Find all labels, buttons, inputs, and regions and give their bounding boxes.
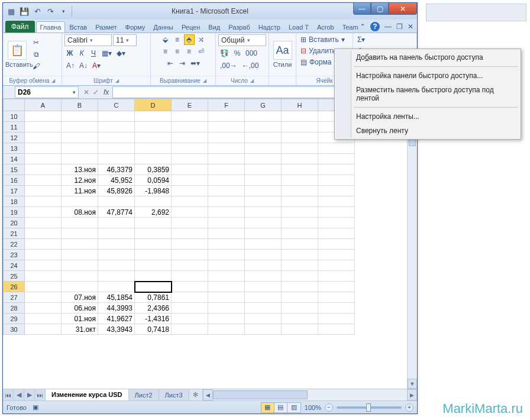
shrink-font-button[interactable]: A↓ (77, 60, 89, 71)
ctx-add-to-qat[interactable]: Добавить на панель быстрого доступа (336, 50, 519, 64)
cell[interactable] (245, 175, 282, 186)
cell[interactable] (172, 292, 208, 303)
cell[interactable] (282, 207, 318, 218)
cell[interactable] (25, 122, 62, 133)
cell[interactable]: 45,952 (98, 175, 135, 186)
enter-formula-icon[interactable]: ✓ (93, 88, 99, 96)
format-painter-button[interactable]: 🖌 (31, 61, 41, 72)
percent-button[interactable]: % (232, 48, 243, 59)
align-middle-button[interactable]: ≡ (172, 34, 183, 45)
row-header[interactable]: 30 (4, 324, 25, 335)
cell[interactable] (208, 324, 245, 335)
cell[interactable] (282, 133, 318, 143)
cell[interactable] (98, 143, 135, 154)
cell[interactable] (172, 175, 208, 186)
cell[interactable] (208, 314, 245, 324)
cell[interactable] (135, 282, 172, 292)
cell[interactable] (135, 143, 172, 154)
row-header[interactable]: 19 (4, 207, 25, 218)
cell[interactable] (135, 228, 172, 239)
cell[interactable] (282, 186, 318, 196)
zoom-level[interactable]: 100% (305, 404, 321, 411)
workbook-close-icon[interactable]: ✕ (408, 22, 413, 31)
cell[interactable] (208, 303, 245, 314)
decrease-indent-button[interactable]: ⇤ (165, 58, 176, 69)
row-header[interactable]: 11 (4, 122, 25, 133)
ctx-customize-qat[interactable]: Настройка панели быстрого доступа... (336, 69, 519, 83)
cell[interactable] (282, 122, 318, 133)
cell[interactable] (245, 111, 282, 122)
cell[interactable] (318, 239, 355, 250)
cell[interactable] (208, 207, 245, 218)
cell[interactable] (318, 207, 355, 218)
cell[interactable]: 0,3859 (135, 164, 172, 175)
new-sheet-button[interactable]: ✻ (189, 389, 202, 400)
ctx-minimize-ribbon[interactable]: Свернуть ленту (336, 124, 519, 138)
page-layout-view-button[interactable]: ▤ (274, 403, 287, 412)
cell[interactable] (282, 282, 318, 292)
cell[interactable] (318, 303, 355, 314)
cell[interactable]: 2,692 (135, 207, 172, 218)
cell[interactable] (25, 271, 62, 282)
workbook-minimize-icon[interactable]: — (384, 22, 392, 31)
cell[interactable] (98, 228, 135, 239)
orientation-button[interactable]: ⤭ (196, 34, 206, 45)
cell[interactable]: 45,1854 (98, 292, 135, 303)
grow-font-button[interactable]: A↑ (64, 60, 76, 71)
ctx-customize-ribbon[interactable]: Настройка ленты... (336, 109, 519, 124)
select-all-cell[interactable] (4, 99, 25, 111)
cell[interactable] (282, 314, 318, 324)
row-header[interactable]: 28 (4, 303, 25, 314)
cell[interactable] (172, 143, 208, 154)
cell[interactable] (318, 292, 355, 303)
maximize-button[interactable]: ▢ (371, 3, 389, 15)
close-button[interactable]: ✕ (389, 3, 417, 15)
cell[interactable] (98, 154, 135, 164)
sheet-tab-1[interactable]: Лист2 (129, 389, 159, 400)
tab-addins[interactable]: Надстр (254, 21, 285, 33)
cell[interactable] (208, 292, 245, 303)
cell[interactable] (208, 133, 245, 143)
zoom-slider[interactable] (337, 406, 402, 409)
cell[interactable] (62, 143, 98, 154)
cell[interactable] (208, 186, 245, 196)
cell[interactable] (282, 218, 318, 228)
cell[interactable] (25, 111, 62, 122)
cell[interactable] (98, 239, 135, 250)
save-icon[interactable]: 💾 (20, 7, 29, 16)
cell[interactable] (245, 260, 282, 271)
cell[interactable] (318, 228, 355, 239)
cell[interactable] (318, 196, 355, 207)
cell[interactable] (245, 324, 282, 335)
row-header[interactable]: 22 (4, 239, 25, 250)
scroll-right-button[interactable]: ▶ (407, 389, 417, 400)
help-icon[interactable]: ? (370, 22, 380, 31)
cell[interactable] (318, 143, 355, 154)
cell[interactable]: -1,9848 (135, 186, 172, 196)
cell[interactable] (208, 111, 245, 122)
cell[interactable] (208, 164, 245, 175)
copy-button[interactable]: ⧉ (31, 49, 41, 60)
cell[interactable] (62, 154, 98, 164)
cell[interactable]: 0,7418 (135, 324, 172, 335)
zoom-in-button[interactable]: + (405, 403, 413, 412)
row-header[interactable]: 25 (4, 271, 25, 282)
cell[interactable]: -1,4316 (135, 314, 172, 324)
row-header[interactable]: 24 (4, 260, 25, 271)
tab-acrobat[interactable]: Acrob (313, 21, 338, 33)
cell[interactable] (245, 282, 282, 292)
scroll-down-button[interactable]: ▼ (408, 379, 417, 389)
wrap-text-button[interactable]: ⏎ (196, 46, 206, 57)
cell[interactable] (98, 111, 135, 122)
row-header[interactable]: 13 (4, 143, 25, 154)
cell[interactable] (282, 196, 318, 207)
cell[interactable] (282, 239, 318, 250)
cell[interactable]: 01.ноя (62, 314, 98, 324)
tab-developer[interactable]: Разраб (224, 21, 254, 33)
minimize-button[interactable]: — (353, 3, 371, 15)
cell[interactable] (318, 186, 355, 196)
cell[interactable]: 44,3993 (98, 303, 135, 314)
cell[interactable] (245, 122, 282, 133)
cell[interactable] (245, 133, 282, 143)
cell[interactable] (25, 186, 62, 196)
